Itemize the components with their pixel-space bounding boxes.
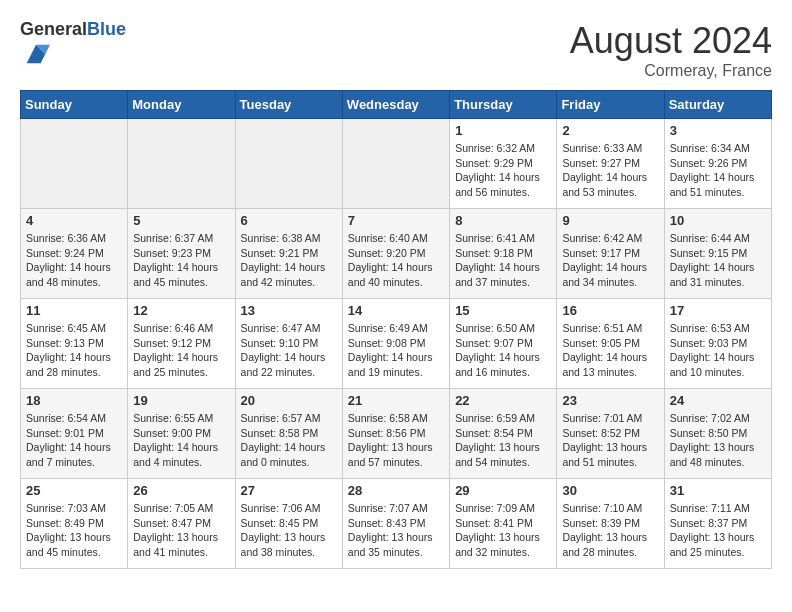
cell-info: Sunrise: 6:53 AMSunset: 9:03 PMDaylight:… — [670, 321, 766, 380]
cell-info: Sunrise: 6:45 AMSunset: 9:13 PMDaylight:… — [26, 321, 122, 380]
cell-info: Sunrise: 6:58 AMSunset: 8:56 PMDaylight:… — [348, 411, 444, 470]
calendar-week-2: 4Sunrise: 6:36 AMSunset: 9:24 PMDaylight… — [21, 209, 772, 299]
cell-info: Sunrise: 6:54 AMSunset: 9:01 PMDaylight:… — [26, 411, 122, 470]
cell-info: Sunrise: 6:41 AMSunset: 9:18 PMDaylight:… — [455, 231, 551, 290]
day-number: 11 — [26, 303, 122, 318]
day-number: 31 — [670, 483, 766, 498]
calendar-cell: 26Sunrise: 7:05 AMSunset: 8:47 PMDayligh… — [128, 479, 235, 569]
day-number: 6 — [241, 213, 337, 228]
day-number: 29 — [455, 483, 551, 498]
logo-general: General — [20, 19, 87, 39]
calendar-cell: 31Sunrise: 7:11 AMSunset: 8:37 PMDayligh… — [664, 479, 771, 569]
calendar-cell: 30Sunrise: 7:10 AMSunset: 8:39 PMDayligh… — [557, 479, 664, 569]
day-number: 9 — [562, 213, 658, 228]
calendar-cell: 23Sunrise: 7:01 AMSunset: 8:52 PMDayligh… — [557, 389, 664, 479]
calendar-cell: 9Sunrise: 6:42 AMSunset: 9:17 PMDaylight… — [557, 209, 664, 299]
page-header: GeneralBlue August 2024 Cormeray, France — [20, 20, 772, 80]
cell-info: Sunrise: 6:50 AMSunset: 9:07 PMDaylight:… — [455, 321, 551, 380]
calendar-week-5: 25Sunrise: 7:03 AMSunset: 8:49 PMDayligh… — [21, 479, 772, 569]
calendar-cell: 24Sunrise: 7:02 AMSunset: 8:50 PMDayligh… — [664, 389, 771, 479]
calendar-cell: 17Sunrise: 6:53 AMSunset: 9:03 PMDayligh… — [664, 299, 771, 389]
location: Cormeray, France — [570, 62, 772, 80]
calendar-cell: 25Sunrise: 7:03 AMSunset: 8:49 PMDayligh… — [21, 479, 128, 569]
cell-info: Sunrise: 6:32 AMSunset: 9:29 PMDaylight:… — [455, 141, 551, 200]
logo: GeneralBlue — [20, 20, 126, 72]
day-header-wednesday: Wednesday — [342, 91, 449, 119]
day-number: 20 — [241, 393, 337, 408]
cell-info: Sunrise: 7:03 AMSunset: 8:49 PMDaylight:… — [26, 501, 122, 560]
calendar-cell: 4Sunrise: 6:36 AMSunset: 9:24 PMDaylight… — [21, 209, 128, 299]
calendar-cell: 11Sunrise: 6:45 AMSunset: 9:13 PMDayligh… — [21, 299, 128, 389]
cell-info: Sunrise: 7:09 AMSunset: 8:41 PMDaylight:… — [455, 501, 551, 560]
day-number: 7 — [348, 213, 444, 228]
calendar-cell: 8Sunrise: 6:41 AMSunset: 9:18 PMDaylight… — [450, 209, 557, 299]
calendar-cell: 18Sunrise: 6:54 AMSunset: 9:01 PMDayligh… — [21, 389, 128, 479]
calendar-cell: 19Sunrise: 6:55 AMSunset: 9:00 PMDayligh… — [128, 389, 235, 479]
calendar-cell: 13Sunrise: 6:47 AMSunset: 9:10 PMDayligh… — [235, 299, 342, 389]
calendar-cell: 5Sunrise: 6:37 AMSunset: 9:23 PMDaylight… — [128, 209, 235, 299]
day-header-tuesday: Tuesday — [235, 91, 342, 119]
calendar-cell — [128, 119, 235, 209]
calendar-cell — [235, 119, 342, 209]
cell-info: Sunrise: 6:47 AMSunset: 9:10 PMDaylight:… — [241, 321, 337, 380]
day-number: 4 — [26, 213, 122, 228]
cell-info: Sunrise: 6:37 AMSunset: 9:23 PMDaylight:… — [133, 231, 229, 290]
calendar-cell: 14Sunrise: 6:49 AMSunset: 9:08 PMDayligh… — [342, 299, 449, 389]
day-number: 15 — [455, 303, 551, 318]
calendar-cell: 10Sunrise: 6:44 AMSunset: 9:15 PMDayligh… — [664, 209, 771, 299]
header-row: SundayMondayTuesdayWednesdayThursdayFrid… — [21, 91, 772, 119]
calendar-week-3: 11Sunrise: 6:45 AMSunset: 9:13 PMDayligh… — [21, 299, 772, 389]
day-number: 18 — [26, 393, 122, 408]
calendar-header: SundayMondayTuesdayWednesdayThursdayFrid… — [21, 91, 772, 119]
day-number: 19 — [133, 393, 229, 408]
day-header-friday: Friday — [557, 91, 664, 119]
logo-icon — [22, 40, 50, 68]
cell-info: Sunrise: 7:02 AMSunset: 8:50 PMDaylight:… — [670, 411, 766, 470]
cell-info: Sunrise: 7:11 AMSunset: 8:37 PMDaylight:… — [670, 501, 766, 560]
calendar-cell: 15Sunrise: 6:50 AMSunset: 9:07 PMDayligh… — [450, 299, 557, 389]
calendar-cell: 16Sunrise: 6:51 AMSunset: 9:05 PMDayligh… — [557, 299, 664, 389]
day-number: 21 — [348, 393, 444, 408]
cell-info: Sunrise: 6:44 AMSunset: 9:15 PMDaylight:… — [670, 231, 766, 290]
cell-info: Sunrise: 6:46 AMSunset: 9:12 PMDaylight:… — [133, 321, 229, 380]
cell-info: Sunrise: 6:51 AMSunset: 9:05 PMDaylight:… — [562, 321, 658, 380]
title-block: August 2024 Cormeray, France — [570, 20, 772, 80]
month-year: August 2024 — [570, 20, 772, 62]
day-number: 30 — [562, 483, 658, 498]
day-number: 8 — [455, 213, 551, 228]
calendar-cell: 28Sunrise: 7:07 AMSunset: 8:43 PMDayligh… — [342, 479, 449, 569]
day-number: 10 — [670, 213, 766, 228]
day-number: 22 — [455, 393, 551, 408]
day-number: 24 — [670, 393, 766, 408]
cell-info: Sunrise: 6:55 AMSunset: 9:00 PMDaylight:… — [133, 411, 229, 470]
cell-info: Sunrise: 6:40 AMSunset: 9:20 PMDaylight:… — [348, 231, 444, 290]
calendar-cell: 7Sunrise: 6:40 AMSunset: 9:20 PMDaylight… — [342, 209, 449, 299]
day-number: 13 — [241, 303, 337, 318]
day-number: 2 — [562, 123, 658, 138]
day-number: 25 — [26, 483, 122, 498]
calendar-cell — [21, 119, 128, 209]
day-header-thursday: Thursday — [450, 91, 557, 119]
calendar-cell: 3Sunrise: 6:34 AMSunset: 9:26 PMDaylight… — [664, 119, 771, 209]
cell-info: Sunrise: 6:57 AMSunset: 8:58 PMDaylight:… — [241, 411, 337, 470]
calendar-cell: 22Sunrise: 6:59 AMSunset: 8:54 PMDayligh… — [450, 389, 557, 479]
cell-info: Sunrise: 6:33 AMSunset: 9:27 PMDaylight:… — [562, 141, 658, 200]
calendar-cell: 2Sunrise: 6:33 AMSunset: 9:27 PMDaylight… — [557, 119, 664, 209]
cell-info: Sunrise: 6:36 AMSunset: 9:24 PMDaylight:… — [26, 231, 122, 290]
day-number: 17 — [670, 303, 766, 318]
cell-info: Sunrise: 7:01 AMSunset: 8:52 PMDaylight:… — [562, 411, 658, 470]
day-number: 28 — [348, 483, 444, 498]
day-number: 12 — [133, 303, 229, 318]
day-header-monday: Monday — [128, 91, 235, 119]
cell-info: Sunrise: 6:49 AMSunset: 9:08 PMDaylight:… — [348, 321, 444, 380]
day-number: 16 — [562, 303, 658, 318]
cell-info: Sunrise: 7:06 AMSunset: 8:45 PMDaylight:… — [241, 501, 337, 560]
calendar-body: 1Sunrise: 6:32 AMSunset: 9:29 PMDaylight… — [21, 119, 772, 569]
calendar-week-4: 18Sunrise: 6:54 AMSunset: 9:01 PMDayligh… — [21, 389, 772, 479]
cell-info: Sunrise: 7:05 AMSunset: 8:47 PMDaylight:… — [133, 501, 229, 560]
calendar-cell: 21Sunrise: 6:58 AMSunset: 8:56 PMDayligh… — [342, 389, 449, 479]
cell-info: Sunrise: 6:38 AMSunset: 9:21 PMDaylight:… — [241, 231, 337, 290]
day-number: 14 — [348, 303, 444, 318]
calendar-cell: 27Sunrise: 7:06 AMSunset: 8:45 PMDayligh… — [235, 479, 342, 569]
cell-info: Sunrise: 7:10 AMSunset: 8:39 PMDaylight:… — [562, 501, 658, 560]
